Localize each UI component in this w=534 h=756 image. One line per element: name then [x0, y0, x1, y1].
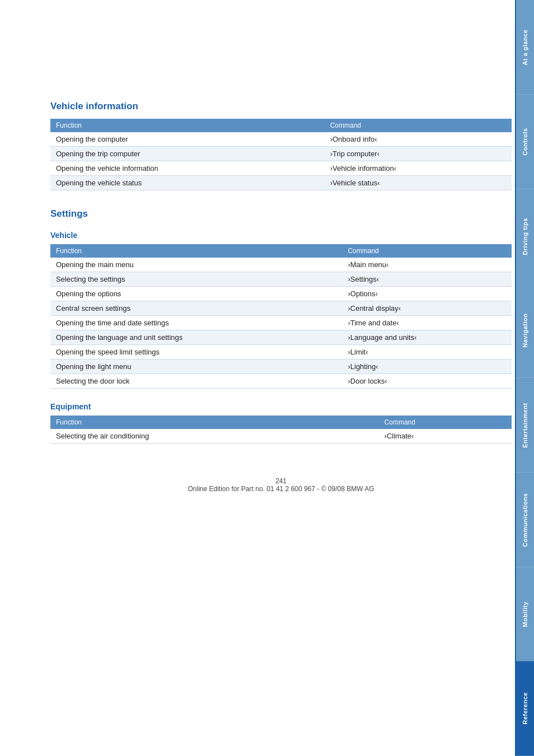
- settings-equipment-subsection: Equipment Function Command Selecting the…: [50, 402, 512, 444]
- vi-col-function: Function: [50, 119, 325, 132]
- function-cell: Opening the computer: [50, 132, 325, 147]
- command-cell: ›Options‹: [342, 287, 512, 301]
- sidebar-tab-mobility[interactable]: Mobility: [516, 567, 534, 662]
- settings-equipment-table: Function Command Selecting the air condi…: [50, 416, 512, 444]
- vehicle-information-table: Function Command Opening the computer›On…: [50, 119, 512, 190]
- table-row: Opening the time and date settings›Time …: [50, 316, 512, 330]
- vehicle-information-table-head: Function Command: [50, 119, 512, 132]
- sidebar-tabs-container: At a glanceControlsDriving tipsNavigatio…: [516, 0, 534, 756]
- function-cell: Selecting the air conditioning: [50, 429, 379, 444]
- settings-section: Settings Vehicle Function Command Openin…: [50, 208, 512, 444]
- table-row: Central screen settings›Central display‹: [50, 301, 512, 316]
- sidebar-tabs: At a glanceControlsDriving tipsNavigatio…: [516, 0, 534, 756]
- settings-equipment-table-head: Function Command: [50, 416, 512, 429]
- function-cell: Opening the language and unit settings: [50, 330, 342, 345]
- function-cell: Opening the vehicle information: [50, 161, 325, 176]
- settings-vehicle-table-body: Opening the main menu›Main menu‹Selectin…: [50, 258, 512, 389]
- sidebar-tab-entertainment[interactable]: Entertainment: [516, 378, 534, 473]
- command-cell: ›Lighting‹: [342, 360, 512, 374]
- sidebar-tab-controls[interactable]: Controls: [516, 95, 534, 189]
- function-cell: Opening the speed limit settings: [50, 345, 342, 360]
- sidebar-tab-reference[interactable]: Reference: [516, 661, 534, 756]
- table-row: Opening the trip computer›Trip computer‹: [50, 147, 512, 161]
- command-cell: ›Time and date‹: [342, 316, 512, 330]
- vi-col-command: Command: [325, 119, 512, 132]
- command-cell: ›Vehicle information‹: [325, 161, 512, 176]
- command-cell: ›Vehicle status‹: [325, 176, 512, 190]
- command-cell: ›Limit‹: [342, 345, 512, 360]
- table-row: Opening the language and unit settings›L…: [50, 330, 512, 345]
- settings-equipment-table-body: Selecting the air conditioning›Climate‹: [50, 429, 512, 444]
- function-cell: Selecting the door lock: [50, 374, 342, 389]
- function-cell: Opening the vehicle status: [50, 176, 325, 190]
- command-cell: ›Language and units‹: [342, 330, 512, 345]
- table-row: Selecting the door lock›Door locks‹: [50, 374, 512, 389]
- function-cell: Opening the options: [50, 287, 342, 301]
- settings-vehicle-subtitle: Vehicle: [50, 231, 512, 240]
- sidebar-tab-communications[interactable]: Communications: [516, 473, 534, 567]
- function-cell: Selecting the settings: [50, 272, 342, 287]
- settings-vehicle-table-head: Function Command: [50, 244, 512, 258]
- sv-col-function: Function: [50, 244, 342, 258]
- settings-title: Settings: [50, 208, 512, 220]
- se-col-function: Function: [50, 416, 379, 429]
- command-cell: ›Door locks‹: [342, 374, 512, 389]
- sidebar-tab-at-a-glance[interactable]: At a glance: [516, 0, 534, 95]
- function-cell: Opening the main menu: [50, 258, 342, 272]
- command-cell: ›Settings‹: [342, 272, 512, 287]
- function-cell: Opening the trip computer: [50, 147, 325, 161]
- table-row: Opening the main menu›Main menu‹: [50, 258, 512, 272]
- sidebar-tab-driving-tips[interactable]: Driving tips: [516, 189, 534, 284]
- function-cell: Central screen settings: [50, 301, 342, 316]
- settings-vehicle-table: Function Command Opening the main menu›M…: [50, 244, 512, 389]
- vehicle-information-title: Vehicle information: [50, 101, 512, 112]
- command-cell: ›Central display‹: [342, 301, 512, 316]
- function-cell: Opening the light menu: [50, 360, 342, 374]
- settings-vehicle-subsection: Vehicle Function Command Opening the mai…: [50, 231, 512, 389]
- function-cell: Opening the time and date settings: [50, 316, 342, 330]
- table-row: Selecting the air conditioning›Climate‹: [50, 429, 512, 444]
- command-cell: ›Trip computer‹: [325, 147, 512, 161]
- vehicle-information-section: Vehicle information Function Command Ope…: [50, 101, 512, 190]
- sidebar-border-line: [515, 0, 516, 756]
- page-footer: 241 Online Edition for Part no. 01 41 2 …: [50, 477, 512, 504]
- command-cell: ›Onboard info‹: [325, 132, 512, 147]
- se-col-command: Command: [379, 416, 512, 429]
- table-row: Opening the vehicle information›Vehicle …: [50, 161, 512, 176]
- table-row: Selecting the settings›Settings‹: [50, 272, 512, 287]
- page-content: Vehicle information Function Command Ope…: [50, 0, 512, 504]
- table-row: Opening the options›Options‹: [50, 287, 512, 301]
- table-row: Opening the computer›Onboard info‹: [50, 132, 512, 147]
- page-number: 241: [50, 477, 512, 485]
- sidebar-tab-navigation[interactable]: Navigation: [516, 283, 534, 378]
- command-cell: ›Main menu‹: [342, 258, 512, 272]
- command-cell: ›Climate‹: [379, 429, 512, 444]
- footer-text: Online Edition for Part no. 01 41 2 600 …: [50, 485, 512, 493]
- table-row: Opening the vehicle status›Vehicle statu…: [50, 176, 512, 190]
- table-row: Opening the light menu›Lighting‹: [50, 360, 512, 374]
- sv-col-command: Command: [342, 244, 512, 258]
- settings-equipment-subtitle: Equipment: [50, 402, 512, 411]
- table-row: Opening the speed limit settings›Limit‹: [50, 345, 512, 360]
- vehicle-information-table-body: Opening the computer›Onboard info‹Openin…: [50, 132, 512, 190]
